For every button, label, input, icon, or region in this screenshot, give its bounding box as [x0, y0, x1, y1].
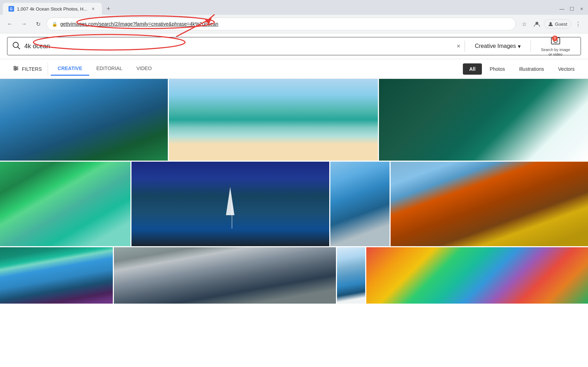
- media-type-filters: All Photos Illustrations Vectors: [463, 63, 581, 75]
- divider: [465, 41, 465, 52]
- new-tab-button[interactable]: +: [103, 4, 113, 14]
- tab-title: 1,007 4k Ocean Stock Photos, H...: [17, 6, 87, 12]
- image-birds-ocean[interactable]: [330, 162, 390, 246]
- navigation-bar: ← → ↻ 🔒 gettyimages.com/search/2/image?f…: [0, 15, 588, 33]
- maximize-button[interactable]: ☐: [568, 5, 575, 12]
- image-colorful-textile[interactable]: [366, 247, 588, 304]
- back-button[interactable]: ←: [4, 18, 16, 30]
- image-row-1: [0, 79, 588, 161]
- image-grid: [0, 79, 588, 304]
- url-display: gettyimages.com/search/2/image?family=cr…: [60, 21, 218, 27]
- svg-point-13: [14, 66, 16, 68]
- nav-extras: ☆ Guest ⋮: [519, 18, 584, 30]
- search-by-image-button[interactable]: 9 Search by image or video: [535, 36, 576, 57]
- window-controls: — ☐ ×: [558, 5, 585, 12]
- image-ocean-wave[interactable]: [379, 79, 588, 161]
- creative-images-button[interactable]: Creative Images ▾: [469, 43, 527, 50]
- profile-button[interactable]: [531, 18, 543, 30]
- image-aerial-islands[interactable]: [0, 79, 168, 161]
- tab-close-button[interactable]: ×: [90, 6, 96, 12]
- tab-video[interactable]: VIDEO: [129, 62, 159, 76]
- clear-search-button[interactable]: ×: [457, 43, 460, 50]
- image-palm-island[interactable]: [169, 79, 378, 161]
- filters-bar: FILTERS CREATIVE EDITORIAL VIDEO All Pho…: [0, 59, 588, 79]
- security-lock-icon: 🔒: [52, 21, 57, 27]
- image-row-3: [0, 247, 588, 304]
- svg-point-15: [14, 69, 16, 70]
- filter-all-button[interactable]: All: [463, 63, 482, 75]
- filter-photos-button[interactable]: Photos: [483, 63, 512, 75]
- address-bar[interactable]: 🔒 gettyimages.com/search/2/image?family=…: [47, 18, 516, 30]
- menu-button[interactable]: ⋮: [572, 18, 584, 30]
- notification-badge: 9: [552, 36, 558, 41]
- search-icon: [12, 42, 20, 51]
- refresh-button[interactable]: ↻: [32, 18, 44, 30]
- dropdown-chevron-icon: ▾: [518, 43, 521, 50]
- guest-label: Guest: [555, 21, 567, 27]
- svg-point-14: [16, 68, 17, 69]
- image-row-2: [0, 162, 588, 246]
- content-type-tabs: CREATIVE EDITORIAL VIDEO: [51, 62, 159, 76]
- image-coastal-road[interactable]: [0, 162, 130, 246]
- url-text: gettyimages.com/search/2/image?family=cr…: [60, 21, 510, 27]
- search-box: × Creative Images ▾ 9 Search by image or…: [7, 37, 581, 55]
- divider2: [531, 41, 531, 52]
- tab-bar: G 1,007 4k Ocean Stock Photos, H... × + …: [0, 0, 588, 15]
- filter-illustrations-button[interactable]: Illustrations: [513, 63, 550, 75]
- guest-profile-button[interactable]: Guest: [544, 19, 571, 29]
- tab-creative[interactable]: CREATIVE: [51, 62, 90, 76]
- forward-button[interactable]: →: [18, 18, 30, 30]
- minimize-button[interactable]: —: [558, 5, 565, 12]
- tab-favicon: G: [8, 6, 14, 12]
- creative-images-label: Creative Images: [475, 43, 516, 49]
- image-ship[interactable]: [114, 247, 336, 304]
- search-bar-container: × Creative Images ▾ 9 Search by image or…: [0, 33, 588, 59]
- image-coastal-cliff[interactable]: [0, 247, 113, 304]
- bookmarks-button[interactable]: ☆: [519, 18, 530, 30]
- image-lighthouse[interactable]: [337, 247, 365, 304]
- tab-editorial[interactable]: EDITORIAL: [89, 62, 129, 76]
- filter-vectors-button[interactable]: Vectors: [552, 63, 581, 75]
- image-sailboat[interactable]: [131, 162, 329, 246]
- svg-line-6: [18, 47, 20, 49]
- search-image-label: Search by image or video: [541, 48, 570, 57]
- search-input[interactable]: [24, 43, 452, 50]
- close-window-button[interactable]: ×: [578, 5, 585, 12]
- filters-button[interactable]: FILTERS: [7, 62, 48, 75]
- image-canyon[interactable]: [391, 162, 588, 246]
- active-tab[interactable]: G 1,007 4k Ocean Stock Photos, H... ×: [3, 3, 102, 15]
- filters-label: FILTERS: [22, 66, 42, 72]
- browser-chrome: G 1,007 4k Ocean Stock Photos, H... × + …: [0, 0, 588, 33]
- svg-point-4: [550, 22, 552, 24]
- filter-sliders-icon: [13, 65, 19, 73]
